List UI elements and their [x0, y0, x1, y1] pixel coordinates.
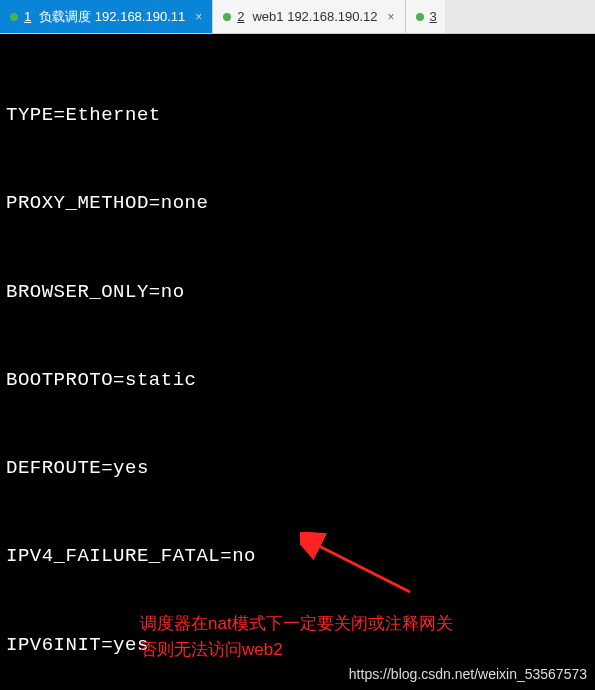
watermark: https://blog.csdn.net/weixin_53567573 [349, 664, 587, 686]
tab-bar: 1 负载调度 192.168.190.11 × 2 web1 192.168.1… [0, 0, 595, 34]
status-dot-icon [10, 13, 18, 21]
config-line: PROXY_METHOD=none [6, 189, 589, 218]
config-line: IPV4_FAILURE_FATAL=no [6, 542, 589, 571]
close-icon[interactable]: × [388, 10, 395, 24]
annotation-line1: 调度器在nat模式下一定要关闭或注释网关 [140, 611, 570, 637]
close-icon[interactable]: × [195, 10, 202, 24]
tab-number: 3 [430, 9, 439, 24]
tab-web1[interactable]: 2 web1 192.168.190.12 × [213, 0, 405, 33]
annotation-text: 调度器在nat模式下一定要关闭或注释网关 否则无法访问web2 [140, 611, 570, 662]
config-line: BOOTPROTO=static [6, 366, 589, 395]
status-dot-icon [416, 13, 424, 21]
tab-partial[interactable]: 3 [406, 0, 445, 33]
tab-number: 2 [237, 9, 246, 24]
tab-load-balancer[interactable]: 1 负载调度 192.168.190.11 × [0, 0, 213, 33]
config-line: DEFROUTE=yes [6, 454, 589, 483]
status-dot-icon [223, 13, 231, 21]
terminal[interactable]: TYPE=Ethernet PROXY_METHOD=none BROWSER_… [0, 34, 595, 690]
config-line: TYPE=Ethernet [6, 101, 589, 130]
tab-number: 1 [24, 9, 33, 24]
config-line: BROWSER_ONLY=no [6, 278, 589, 307]
tab-label: 负载调度 192.168.190.11 [39, 8, 185, 26]
tab-label: web1 192.168.190.12 [252, 9, 377, 24]
annotation-line2: 否则无法访问web2 [140, 637, 570, 663]
